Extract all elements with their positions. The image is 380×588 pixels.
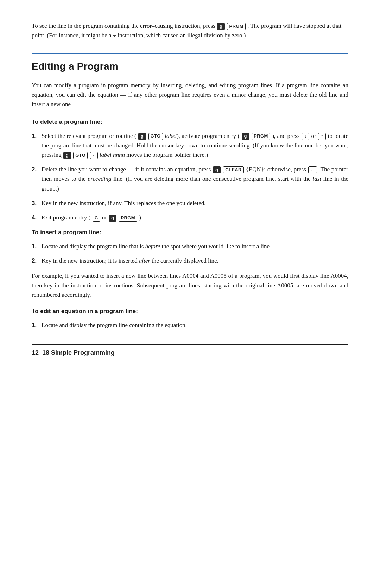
key-prgm-1: PRGM bbox=[252, 133, 270, 140]
key-g-1: g bbox=[138, 133, 146, 140]
subsection-insert: To insert a program line: 1. Locate and … bbox=[32, 228, 348, 266]
key-prgm-intro: PRGM bbox=[227, 23, 246, 30]
delete-step-1: 1. Select the relevant program or routin… bbox=[32, 131, 348, 160]
insert-step-2: 2. Key in the new instruction; it is ins… bbox=[32, 256, 348, 266]
delete-step-2: 2. Delete the line you want to change — … bbox=[32, 165, 348, 193]
step-4-content: Exit program entry ( C or g PRGM ). bbox=[42, 213, 348, 222]
delete-steps-list: 1. Select the relevant program or routin… bbox=[32, 131, 348, 223]
key-g: g bbox=[217, 23, 225, 30]
key-clear: CLEAR bbox=[223, 166, 244, 173]
delete-step-4: 4. Exit program entry ( C or g PRGM ). bbox=[32, 213, 348, 222]
insert-step-2-content: Key in the new instruction; it is insert… bbox=[42, 256, 348, 266]
key-g-4: g bbox=[109, 215, 116, 222]
subsection-delete-title: To delete a program line: bbox=[32, 117, 348, 127]
footer: 12–18 Simple Programming bbox=[32, 344, 348, 358]
step-num-2: 2. bbox=[32, 165, 42, 174]
edit-steps-list: 1. Locate and display the program line c… bbox=[32, 320, 348, 330]
step-num-1: 1. bbox=[32, 131, 42, 141]
section-intro: You can modify a program in program memo… bbox=[32, 81, 348, 109]
intro-text-before: To see the line in the program containin… bbox=[32, 23, 215, 29]
edit-step-1-content: Locate and display the program line cont… bbox=[42, 320, 348, 330]
key-prgm-2: PRGM bbox=[119, 215, 137, 222]
intro-paragraph: To see the line in the program containin… bbox=[32, 21, 348, 40]
key-dot: · bbox=[90, 152, 98, 159]
key-backspace: ← bbox=[308, 166, 317, 173]
section-divider bbox=[32, 53, 348, 54]
subsection-edit-eq: To edit an equation in a program line: 1… bbox=[32, 307, 348, 330]
key-g-2: g bbox=[63, 152, 71, 159]
step-num-3: 3. bbox=[32, 198, 42, 208]
step-2-content: Delete the line you want to change — if … bbox=[42, 165, 348, 193]
key-up: ↑ bbox=[318, 133, 326, 140]
insert-step-num-1: 1. bbox=[32, 242, 42, 251]
key-g-3: g bbox=[213, 166, 221, 173]
step-1-content: Select the relevant program or routine (… bbox=[42, 131, 348, 160]
key-gto-1: GTO bbox=[148, 133, 163, 140]
insert-steps-list: 1. Locate and display the program line t… bbox=[32, 242, 348, 266]
subsection-insert-title: To insert a program line: bbox=[32, 228, 348, 237]
insert-step-1: 1. Locate and display the program line t… bbox=[32, 242, 348, 251]
insert-step-num-2: 2. bbox=[32, 256, 42, 266]
edit-step-num-1: 1. bbox=[32, 320, 42, 330]
step-num-4: 4. bbox=[32, 213, 42, 222]
insert-step-1-content: Locate and display the program line that… bbox=[42, 242, 348, 251]
section-title: Editing a Program bbox=[32, 59, 348, 74]
delete-step-3: 3. Key in the new instruction, if any. T… bbox=[32, 198, 348, 208]
key-gto-2: GTO bbox=[73, 152, 88, 159]
insert-example-para: For example, if you wanted to insert a n… bbox=[32, 271, 348, 300]
key-c: C bbox=[93, 215, 100, 222]
step-3-content: Key in the new instruction, if any. This… bbox=[42, 198, 348, 208]
subsection-delete: To delete a program line: 1. Select the … bbox=[32, 117, 348, 222]
subsection-edit-title: To edit an equation in a program line: bbox=[32, 307, 348, 316]
footer-label: 12–18 Simple Programming bbox=[32, 349, 115, 356]
key-down: ↓ bbox=[302, 133, 309, 140]
key-g-entry: g bbox=[242, 133, 249, 140]
edit-step-1: 1. Locate and display the program line c… bbox=[32, 320, 348, 330]
